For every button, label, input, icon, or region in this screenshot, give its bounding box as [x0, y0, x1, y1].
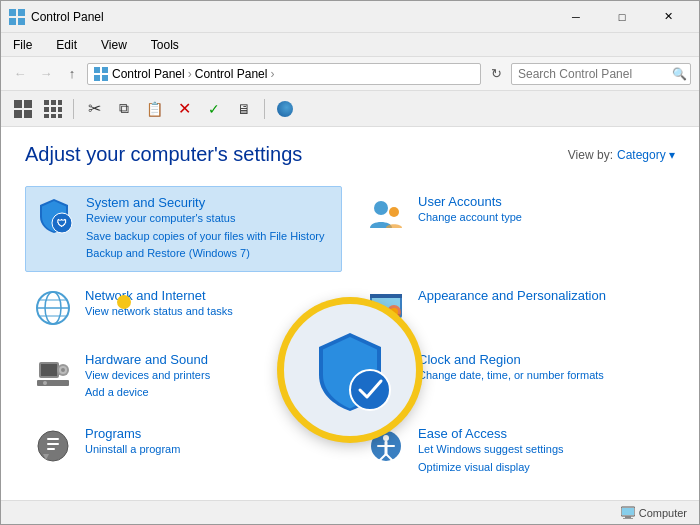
svg-point-24	[389, 207, 399, 217]
svg-rect-5	[102, 67, 108, 73]
yellow-dot-annotation	[117, 295, 131, 309]
system-security-desc-3[interactable]: Backup and Restore (Windows 7)	[86, 245, 333, 263]
programs-desc-1[interactable]: Uninstall a program	[85, 441, 334, 459]
svg-point-23	[374, 201, 388, 215]
page-title: Adjust your computer's settings	[25, 143, 302, 166]
menu-bar: File Edit View Tools	[1, 33, 699, 57]
back-button[interactable]: ←	[9, 63, 31, 85]
svg-point-50	[38, 431, 68, 461]
svg-rect-6	[94, 75, 100, 81]
status-bar: Computer	[1, 500, 699, 524]
programs-title[interactable]: Programs	[85, 426, 141, 441]
menu-edit[interactable]: Edit	[52, 36, 81, 54]
title-bar: Control Panel ─ □ ✕	[1, 1, 699, 33]
svg-rect-12	[44, 100, 49, 105]
clock-region-title[interactable]: Clock and Region	[418, 352, 521, 367]
view-by: View by: Category ▾	[568, 148, 675, 162]
svg-rect-65	[623, 518, 633, 519]
svg-rect-7	[102, 75, 108, 81]
maximize-button[interactable]: □	[599, 1, 645, 33]
toolbar-view-small[interactable]	[39, 95, 67, 123]
svg-rect-51	[47, 438, 59, 440]
view-by-label: View by:	[568, 148, 613, 162]
svg-rect-3	[18, 18, 25, 25]
system-security-title[interactable]: System and Security	[86, 195, 205, 210]
toolbar-globe[interactable]	[271, 95, 299, 123]
svg-rect-43	[37, 380, 69, 386]
window-title: Control Panel	[31, 10, 553, 24]
clock-region-text: Clock and Region Change date, time, or n…	[418, 352, 667, 385]
minimize-button[interactable]: ─	[553, 1, 599, 33]
appearance-title[interactable]: Appearance and Personalization	[418, 288, 606, 303]
status-computer: Computer	[621, 506, 687, 520]
search-icon: 🔍	[672, 67, 687, 81]
system-security-text: System and Security Review your computer…	[86, 195, 333, 263]
user-accounts-title[interactable]: User Accounts	[418, 194, 502, 209]
svg-rect-15	[44, 107, 49, 112]
svg-rect-2	[9, 18, 16, 25]
hardware-title[interactable]: Hardware and Sound	[85, 352, 208, 367]
svg-rect-4	[94, 67, 100, 73]
section-user-accounts[interactable]: User Accounts Change account type	[358, 186, 675, 272]
svg-rect-52	[47, 443, 59, 445]
svg-point-61	[350, 370, 390, 410]
toolbar: ✂ ⧉ 📋 ✕ ✓ 🖥	[1, 91, 699, 127]
svg-rect-39	[41, 364, 57, 376]
svg-rect-1	[18, 9, 25, 16]
section-system-security[interactable]: 🛡 System and Security Review your comput…	[25, 186, 342, 272]
menu-file[interactable]: File	[9, 36, 36, 54]
ease-of-access-title[interactable]: Ease of Access	[418, 426, 507, 441]
status-text: Computer	[639, 507, 687, 519]
up-button[interactable]: ↑	[61, 63, 83, 85]
toolbar-delete[interactable]: ✕	[170, 95, 198, 123]
ease-of-access-desc-2[interactable]: Optimize visual display	[418, 459, 667, 477]
user-accounts-text: User Accounts Change account type	[418, 194, 667, 227]
breadcrumb-arrow: ›	[270, 67, 274, 81]
refresh-button[interactable]: ↻	[485, 63, 507, 85]
svg-rect-16	[51, 107, 56, 112]
view-by-value[interactable]: Category ▾	[617, 148, 675, 162]
page-header: Adjust your computer's settings View by:…	[25, 143, 675, 166]
ease-of-access-text: Ease of Access Let Windows suggest setti…	[418, 426, 667, 476]
toolbar-paste[interactable]: 📋	[140, 95, 168, 123]
svg-rect-10	[14, 110, 22, 118]
window-controls: ─ □ ✕	[553, 1, 691, 33]
svg-rect-53	[47, 448, 55, 450]
svg-point-44	[43, 381, 47, 385]
svg-rect-18	[44, 114, 49, 118]
breadcrumb-current: Control Panel	[195, 67, 268, 81]
close-button[interactable]: ✕	[645, 1, 691, 33]
search-box[interactable]: 🔍	[511, 63, 691, 85]
toolbar-check[interactable]: ✓	[200, 95, 228, 123]
svg-rect-8	[14, 100, 22, 108]
svg-rect-11	[24, 110, 32, 118]
forward-button[interactable]: →	[35, 63, 57, 85]
toolbar-view-large[interactable]	[9, 95, 37, 123]
clock-region-desc-1[interactable]: Change date, time, or number formats	[418, 367, 667, 385]
menu-view[interactable]: View	[97, 36, 131, 54]
toolbar-cut[interactable]: ✂	[80, 95, 108, 123]
system-security-desc-2[interactable]: Save backup copies of your files with Fi…	[86, 228, 333, 246]
toolbar-separator-2	[264, 99, 265, 119]
magnify-overlay	[280, 300, 420, 440]
svg-rect-20	[58, 114, 62, 118]
toolbar-monitor[interactable]: 🖥	[230, 95, 258, 123]
svg-rect-14	[58, 100, 62, 105]
toolbar-separator-1	[73, 99, 74, 119]
svg-rect-0	[9, 9, 16, 16]
user-accounts-desc-1[interactable]: Change account type	[418, 209, 667, 227]
section-programs[interactable]: Programs Uninstall a program	[25, 418, 342, 484]
hardware-sound-icon	[33, 352, 73, 392]
toolbar-copy[interactable]: ⧉	[110, 95, 138, 123]
network-title[interactable]: Network and Internet	[85, 288, 206, 303]
programs-text: Programs Uninstall a program	[85, 426, 334, 459]
ease-of-access-desc-1[interactable]: Let Windows suggest settings	[418, 441, 667, 459]
appearance-text: Appearance and Personalization	[418, 288, 667, 303]
system-security-desc-1[interactable]: Review your computer's status	[86, 210, 333, 228]
svg-rect-13	[51, 100, 56, 105]
menu-tools[interactable]: Tools	[147, 36, 183, 54]
address-path[interactable]: Control Panel › Control Panel ›	[87, 63, 481, 85]
svg-rect-64	[625, 516, 631, 518]
search-input[interactable]	[518, 67, 668, 81]
section-ease-of-access[interactable]: Ease of Access Let Windows suggest setti…	[358, 418, 675, 484]
